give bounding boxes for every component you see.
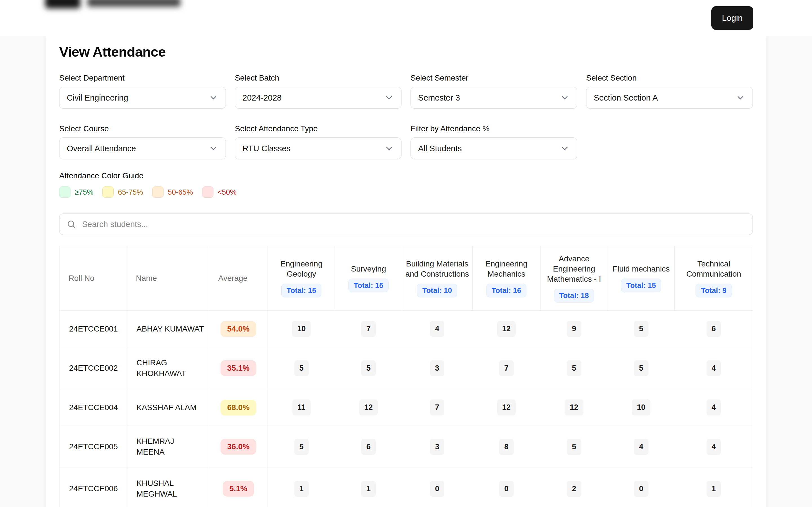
average-cell: 5.1% (209, 468, 268, 507)
attendance-count-badge: 7 (499, 360, 513, 376)
search-bar (59, 214, 753, 235)
filter-select-batch: Select Batch 2024-2028 (235, 73, 402, 109)
chevron-down-icon (384, 93, 394, 103)
subject-total-badge: Total: 9 (696, 284, 732, 297)
attendance-count-cell: 7 (472, 347, 541, 389)
attendance-count-badge: 5 (567, 360, 581, 376)
attendance-count-badge: 7 (430, 399, 444, 415)
column-header-advance-engineering-mathematics-i: Advance Engineering Mathematics - I Tota… (541, 246, 608, 311)
filter-select-course: Select Course Overall Attendance (59, 124, 226, 159)
attendance-count-cell: 5 (541, 347, 608, 389)
attendance-count-badge: 1 (707, 481, 721, 497)
color-guide-title: Attendance Color Guide (59, 171, 753, 180)
attendance-count-badge: 5 (294, 439, 309, 455)
legend-label: <50% (218, 188, 237, 196)
color-guide-legend: ≥75% 65-75% 50-65% <50% (59, 186, 753, 198)
attendance-count-cell: 12 (472, 389, 541, 426)
attendance-count-cell: 5 (608, 311, 675, 347)
chevron-down-icon (560, 93, 569, 103)
subject-total-badge: Total: 15 (621, 279, 661, 292)
column-header-average: Average (209, 246, 268, 311)
attendance-count-badge: 10 (632, 399, 651, 415)
filter-by-attendance-selected-value: All Students (418, 144, 462, 153)
select-course-dropdown[interactable]: Overall Attendance (59, 137, 226, 159)
search-input[interactable] (59, 214, 753, 235)
attendance-count-cell: 5 (541, 426, 608, 468)
subject-name: Fluid mechanics (611, 264, 672, 274)
filter-label-select-section: Select Section (586, 73, 753, 83)
attendance-count-badge: 3 (430, 439, 444, 455)
average-badge: 35.1% (220, 360, 256, 376)
attendance-table: Roll NoNameAverage Engineering Geology T… (59, 245, 753, 507)
attendance-count-cell: 5 (608, 347, 675, 389)
attendance-count-badge: 0 (634, 481, 648, 497)
attendance-count-badge: 3 (430, 360, 444, 376)
attendance-count-cell: 11 (268, 389, 335, 426)
attendance-count-cell: 12 (335, 389, 402, 426)
attendance-count-badge: 5 (361, 360, 375, 376)
attendance-count-cell: 4 (675, 389, 753, 426)
select-department-dropdown[interactable]: Civil Engineering (59, 87, 226, 109)
roll-no-cell: 24ETCCE006 (59, 468, 127, 507)
attendance-count-cell: 7 (335, 311, 402, 347)
attendance-count-badge: 1 (294, 481, 309, 497)
chevron-down-icon (209, 144, 218, 153)
attendance-count-cell: 4 (675, 426, 753, 468)
name-cell: CHIRAG KHOKHAWAT (127, 347, 209, 389)
roll-no-cell: 24ETCCE005 (59, 426, 127, 468)
chevron-down-icon (560, 144, 569, 153)
attendance-count-cell: 10 (268, 311, 335, 347)
column-header-name: Name (127, 246, 209, 311)
attendance-count-badge: 6 (707, 321, 721, 337)
attendance-count-cell: 3 (402, 426, 472, 468)
attendance-count-badge: 12 (359, 399, 378, 415)
attendance-count-cell: 9 (541, 311, 608, 347)
attendance-count-badge: 6 (361, 439, 375, 455)
select-section-dropdown[interactable]: Section Section A (586, 87, 753, 109)
login-button[interactable]: Login (711, 6, 753, 30)
column-header-roll-no: Roll No (59, 246, 127, 311)
average-badge: 5.1% (223, 481, 254, 497)
select-attendance-type-selected-value: RTU Classes (243, 144, 290, 153)
roll-no-cell: 24ETCCE004 (59, 389, 127, 426)
legend-label: ≥75% (75, 188, 93, 196)
filter-by-attendance-dropdown[interactable]: All Students (410, 137, 577, 159)
attendance-count-badge: 12 (565, 399, 583, 415)
select-semester-dropdown[interactable]: Semester 3 (410, 87, 577, 109)
filter-select-semester: Select Semester Semester 3 (410, 73, 577, 109)
select-attendance-type-dropdown[interactable]: RTU Classes (235, 137, 402, 159)
chevron-down-icon (735, 93, 745, 103)
select-batch-dropdown[interactable]: 2024-2028 (235, 87, 402, 109)
filter-label-select-semester: Select Semester (410, 73, 577, 83)
attendance-count-cell: 2 (541, 468, 608, 507)
subject-total-badge: Total: 10 (417, 284, 457, 297)
filters-grid: Select Department Civil Engineering Sele… (59, 73, 753, 159)
attendance-count-cell: 12 (472, 311, 541, 347)
column-header-engineering-geology: Engineering Geology Total: 15 (268, 246, 335, 311)
legend-swatch (102, 186, 114, 198)
filter-label-select-batch: Select Batch (235, 73, 402, 83)
filter-select-department: Select Department Civil Engineering (59, 73, 226, 109)
subject-name: Engineering Geology (271, 259, 332, 279)
attendance-count-cell: 10 (608, 389, 675, 426)
attendance-count-badge: 4 (634, 439, 648, 455)
attendance-count-cell: 4 (675, 347, 753, 389)
table-body: 24ETCCE001 ABHAY KUMAWAT 54.0% 10 7 4 12… (59, 311, 753, 507)
legend-swatch (202, 186, 213, 198)
subject-total-badge: Total: 16 (486, 284, 527, 297)
attendance-count-cell: 0 (402, 468, 472, 507)
attendance-count-cell: 5 (335, 347, 402, 389)
attendance-count-badge: 4 (707, 439, 721, 455)
filter-label-filter-by-attendance: Filter by Attendance % (410, 124, 577, 133)
student-row: 24ETCCE006 KHUSHAL MEGHWAL 5.1% 1 1 0 0 … (59, 468, 753, 507)
average-badge: 36.0% (220, 439, 256, 455)
attendance-count-cell: 12 (541, 389, 608, 426)
name-cell: ABHAY KUMAWAT (127, 311, 209, 347)
average-cell: 36.0% (209, 426, 268, 468)
attendance-count-cell: 5 (268, 426, 335, 468)
attendance-count-cell: 0 (608, 468, 675, 507)
filter-label-select-course: Select Course (59, 124, 226, 133)
attendance-count-cell: 0 (472, 468, 541, 507)
legend-item-50: <50% (202, 186, 237, 198)
column-header-fluid-mechanics: Fluid mechanics Total: 15 (608, 246, 675, 311)
